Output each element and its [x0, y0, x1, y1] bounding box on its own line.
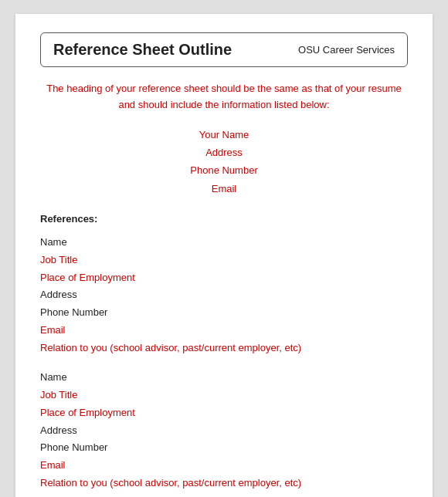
intro-line2: and should include the information liste…	[40, 97, 408, 113]
ref2-email: Email	[40, 457, 408, 475]
ref2-job-title: Job Title	[40, 387, 408, 404]
ref2-place: Place of Employment	[40, 404, 408, 422]
contact-phone: Phone Number	[40, 161, 408, 179]
intro-line1: The heading of your reference sheet shou…	[40, 81, 408, 97]
ref1-email: Email	[40, 322, 408, 340]
references-label: References:	[40, 213, 408, 225]
reference-group-2: Name Job Title Place of Employment Addre…	[40, 369, 408, 492]
contact-email: Email	[40, 180, 408, 198]
page: Reference Sheet Outline OSU Career Servi…	[15, 14, 433, 497]
ref1-phone: Phone Number	[40, 304, 408, 322]
page-title: Reference Sheet Outline	[53, 41, 232, 59]
ref1-place: Place of Employment	[40, 269, 408, 287]
ref2-phone: Phone Number	[40, 439, 408, 457]
ref1-job-title: Job Title	[40, 252, 408, 269]
contact-block: Your Name Address Phone Number Email	[40, 126, 408, 198]
reference-group-1: Name Job Title Place of Employment Addre…	[40, 234, 408, 357]
ref2-address: Address	[40, 422, 408, 440]
ref2-name: Name	[40, 369, 408, 387]
ref1-relation: Relation to you (school advisor, past/cu…	[40, 340, 408, 357]
contact-name: Your Name	[40, 126, 408, 144]
header-box: Reference Sheet Outline OSU Career Servi…	[40, 32, 408, 67]
ref1-name: Name	[40, 234, 408, 252]
ref1-address: Address	[40, 286, 408, 304]
ref2-relation: Relation to you (school advisor, past/cu…	[40, 475, 408, 492]
intro-text: The heading of your reference sheet shou…	[40, 81, 408, 113]
contact-address: Address	[40, 144, 408, 161]
org-label: OSU Career Services	[298, 44, 395, 56]
